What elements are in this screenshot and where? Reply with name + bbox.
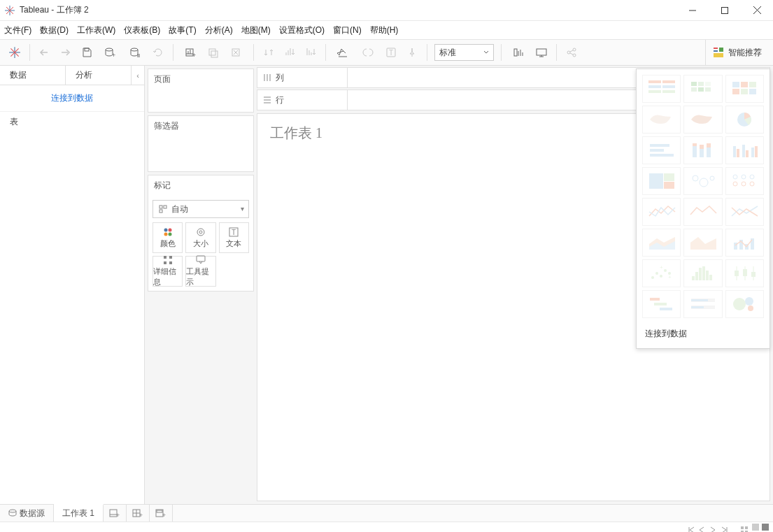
showme-highlight-table[interactable] — [725, 75, 764, 103]
showme-packed-bubble[interactable] — [725, 290, 764, 318]
tooltip-mark[interactable]: 工具提示 — [185, 256, 215, 287]
svg-point-46 — [573, 54, 576, 57]
auto-mark-icon — [159, 205, 167, 213]
menu-analysis[interactable]: 分析(A) — [205, 24, 233, 36]
presentation-button[interactable] — [531, 43, 552, 62]
showme-filled-map[interactable] — [683, 106, 722, 134]
showme-treemap[interactable] — [642, 167, 681, 195]
marks-card: 标记 自动 ▾ 颜色 大小 T文本 详细信息 工具提示 — [148, 175, 254, 292]
clear-button[interactable] — [224, 43, 249, 62]
next-icon[interactable] — [710, 524, 718, 531]
text-mark[interactable]: T文本 — [219, 222, 249, 253]
menu-data[interactable]: 数据(D) — [40, 24, 69, 36]
datasource-tab[interactable]: 数据源 — [0, 505, 54, 522]
showme-text-table[interactable] — [642, 75, 681, 103]
labels-button[interactable]: T — [381, 43, 402, 62]
mark-type-selector[interactable]: 自动 ▾ — [153, 200, 249, 218]
menu-worksheet[interactable]: 工作表(W) — [77, 24, 115, 36]
last-icon[interactable] — [721, 524, 730, 531]
color-mark[interactable]: 颜色 — [153, 222, 183, 253]
svg-rect-89 — [749, 82, 756, 87]
undo-button[interactable] — [34, 43, 55, 62]
duplicate-button[interactable] — [203, 43, 224, 62]
showme-bullet[interactable] — [683, 290, 722, 318]
filters-card[interactable]: 筛选器 — [148, 115, 254, 172]
fit-selector[interactable]: 标准 — [434, 44, 494, 61]
maximize-button[interactable] — [709, 0, 741, 21]
showme-line-cont[interactable] — [642, 198, 681, 226]
new-datasource-button[interactable]: + — [97, 43, 122, 62]
showme-histogram[interactable] — [683, 259, 722, 287]
swap-button[interactable] — [258, 43, 279, 62]
showme-circle-views[interactable] — [683, 167, 722, 195]
svg-point-113 — [700, 178, 708, 187]
showme-scatter[interactable]: ++ — [642, 259, 681, 287]
first-icon[interactable] — [688, 524, 696, 531]
svg-rect-55 — [159, 210, 162, 213]
pages-card[interactable]: 页面 — [148, 69, 254, 113]
redo-button[interactable] — [55, 43, 76, 62]
menu-story[interactable]: 故事(T) — [169, 24, 196, 36]
showme-side-circle[interactable] — [725, 167, 764, 195]
showme-stacked-bar[interactable] — [683, 136, 722, 164]
sheet-sorter-icon[interactable] — [762, 524, 769, 531]
showme-line-disc[interactable] — [683, 198, 722, 226]
svg-rect-135 — [702, 266, 705, 280]
analytics-tab[interactable]: 分析 — [66, 66, 132, 85]
showme-side-bar[interactable] — [725, 136, 764, 164]
svg-rect-134 — [699, 268, 702, 280]
menu-help[interactable]: 帮助(H) — [370, 24, 399, 36]
svg-rect-75 — [648, 80, 661, 83]
filmstrip-view-icon[interactable] — [752, 524, 759, 531]
grid-view-icon[interactable] — [741, 524, 749, 531]
svg-rect-144 — [650, 298, 660, 301]
svg-rect-92 — [749, 89, 756, 94]
sheet-tabs: 数据源 工作表 1 + + + — [0, 504, 773, 522]
highlight-button[interactable] — [330, 43, 355, 62]
menu-format[interactable]: 设置格式(O) — [279, 24, 325, 36]
showme-dual-line[interactable] — [725, 198, 764, 226]
pin-button[interactable] — [402, 43, 423, 62]
sheet1-tab[interactable]: 工作表 1 — [54, 504, 104, 522]
size-mark[interactable]: 大小 — [185, 222, 215, 253]
svg-rect-76 — [662, 80, 675, 83]
showme-area-disc[interactable] — [683, 229, 722, 257]
showme-gantt[interactable] — [642, 290, 681, 318]
showme-heat-map[interactable] — [683, 75, 722, 103]
close-button[interactable] — [741, 0, 773, 21]
group-button[interactable] — [355, 43, 381, 62]
connect-to-data-link[interactable]: 连接到数据 — [0, 85, 144, 111]
menu-window[interactable]: 窗口(N) — [333, 24, 362, 36]
datasource-icon — [8, 509, 17, 517]
new-story-tab[interactable]: + — [150, 505, 173, 522]
showme-dual-combo[interactable] — [725, 229, 764, 257]
sort-desc-button[interactable] — [300, 43, 321, 62]
menu-file[interactable]: 文件(F) — [4, 24, 31, 36]
detail-mark[interactable]: 详细信息 — [153, 256, 183, 287]
tableau-logo-button[interactable] — [4, 43, 25, 62]
data-tab[interactable]: 数据 — [0, 66, 66, 85]
menu-dashboard[interactable]: 仪表板(B) — [124, 24, 160, 36]
svg-rect-139 — [735, 271, 739, 276]
showme-box-plot[interactable] — [725, 259, 764, 287]
show-cards-button[interactable] — [506, 43, 531, 62]
collapse-pane-button[interactable]: ‹ — [132, 66, 144, 85]
minimize-button[interactable] — [676, 0, 709, 21]
prev-icon[interactable] — [699, 524, 707, 531]
show-me-button[interactable]: 智能推荐 — [705, 40, 769, 65]
pause-updates-button[interactable] — [122, 43, 148, 62]
showme-symbol-map[interactable] — [642, 106, 681, 134]
svg-rect-100 — [700, 145, 704, 149]
showme-pie[interactable] — [725, 106, 764, 134]
showme-hbar[interactable] — [642, 136, 681, 164]
new-dashboard-tab[interactable]: + — [127, 505, 150, 522]
new-worksheet-tab[interactable]: + — [104, 505, 127, 522]
save-button[interactable] — [76, 43, 97, 62]
menu-map[interactable]: 地图(M) — [241, 24, 271, 36]
share-button[interactable] — [561, 43, 582, 62]
new-worksheet-button[interactable]: + — [178, 43, 203, 62]
svg-rect-53 — [159, 206, 162, 208]
sort-asc-button[interactable] — [279, 43, 300, 62]
showme-area-cont[interactable] — [642, 229, 681, 257]
refresh-button[interactable] — [148, 43, 169, 62]
